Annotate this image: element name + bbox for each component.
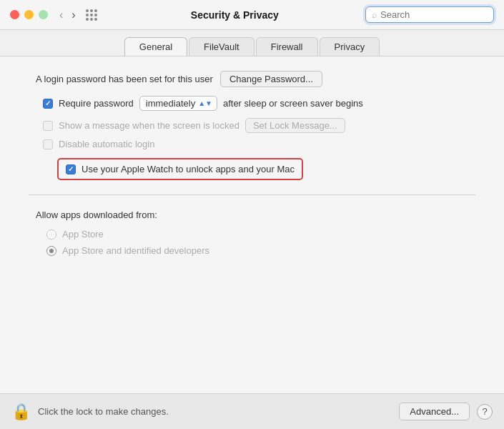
apple-watch-label: Use your Apple Watch to unlock apps and … [81, 164, 295, 174]
help-button[interactable]: ? [477, 404, 493, 420]
require-password-row: Require password immediately ▲▼ after sl… [43, 96, 475, 111]
apps-grid-icon[interactable] [86, 9, 97, 21]
apple-watch-row: Use your Apple Watch to unlock apps and … [57, 158, 303, 180]
disable-login-label: Disable automatic login [59, 139, 154, 149]
titlebar: ‹ › Security & Privacy ⌕ [0, 0, 504, 30]
window-title: Security & Privacy [104, 9, 365, 21]
login-password-row: A login password has been set for this u… [36, 71, 475, 87]
tab-filevault[interactable]: FileVault [189, 37, 255, 56]
app-store-label: App Store [62, 229, 104, 240]
minimize-button[interactable] [24, 10, 34, 19]
immediately-value: immediately [146, 98, 195, 109]
set-lock-message-button[interactable]: Set Lock Message... [245, 118, 345, 133]
app-store-developers-radio[interactable] [46, 246, 56, 256]
section-divider [29, 194, 475, 195]
app-store-developers-radio-row: App Store and identified developers [46, 245, 475, 256]
allow-apps-title: Allow apps downloaded from: [36, 209, 475, 220]
show-message-checkbox[interactable] [43, 121, 53, 131]
lock-text: Click the lock to make changes. [38, 406, 399, 417]
apple-watch-container: Use your Apple Watch to unlock apps and … [43, 155, 475, 180]
tabbar: General FileVault Firewall Privacy [0, 30, 504, 56]
close-button[interactable] [10, 10, 19, 19]
apple-watch-checkbox[interactable] [66, 164, 76, 174]
allow-apps-section: Allow apps downloaded from: App Store Ap… [29, 209, 475, 256]
tab-privacy[interactable]: Privacy [320, 37, 380, 56]
search-input[interactable] [380, 9, 480, 20]
app-store-developers-label: App Store and identified developers [62, 245, 209, 256]
forward-button[interactable]: › [69, 7, 78, 23]
require-password-checkbox[interactable] [43, 99, 53, 109]
app-store-radio[interactable] [46, 230, 56, 240]
show-message-label: Show a message when the screen is locked [59, 120, 239, 131]
dropdown-arrow-icon: ▲▼ [198, 99, 212, 107]
tab-general[interactable]: General [124, 37, 187, 56]
require-password-label: Require password [59, 98, 134, 109]
bottombar: 🔒 Click the lock to make changes. Advanc… [0, 393, 504, 429]
login-password-text: A login password has been set for this u… [36, 74, 213, 84]
search-icon: ⌕ [372, 10, 377, 20]
app-store-radio-row: App Store [46, 229, 475, 240]
disable-login-checkbox[interactable] [43, 139, 53, 149]
lock-icon: 🔒 [11, 403, 31, 421]
change-password-button[interactable]: Change Password... [220, 71, 322, 87]
advanced-button[interactable]: Advanced... [399, 403, 470, 420]
show-message-row: Show a message when the screen is locked… [43, 118, 475, 133]
back-button[interactable]: ‹ [56, 7, 66, 23]
maximize-button[interactable] [39, 10, 48, 19]
disable-login-row: Disable automatic login [43, 139, 475, 149]
nav-buttons: ‹ › [56, 7, 79, 23]
main-content: A login password has been set for this u… [0, 56, 504, 393]
after-sleep-text: after sleep or screen saver begins [223, 98, 363, 109]
tab-firewall[interactable]: Firewall [256, 37, 318, 56]
window-controls [10, 10, 48, 19]
search-box[interactable]: ⌕ [365, 6, 494, 23]
immediately-dropdown[interactable]: immediately ▲▼ [139, 96, 217, 111]
